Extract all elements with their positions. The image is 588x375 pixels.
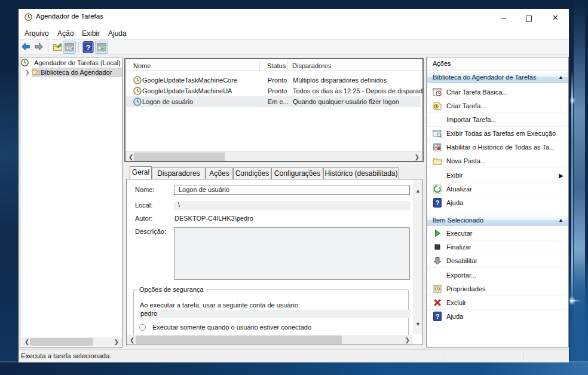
svg-text:?: ? (436, 313, 440, 320)
svg-text:?: ? (86, 43, 91, 52)
svg-text:?: ? (436, 199, 440, 206)
